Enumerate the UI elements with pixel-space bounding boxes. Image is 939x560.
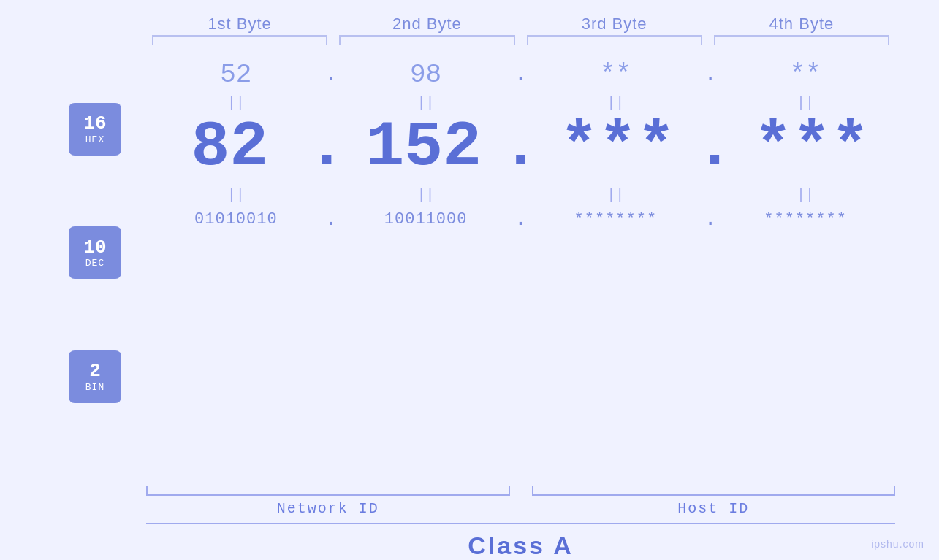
bin-dot1: . — [320, 208, 342, 231]
hex-dot1: . — [320, 64, 342, 86]
class-section: Class A — [44, 523, 895, 560]
hex-b4: ** — [721, 60, 889, 90]
eq2-b3: || — [532, 187, 700, 204]
top-bracket-4 — [714, 35, 889, 45]
eq2-b2: || — [342, 187, 510, 204]
eq1-b4: || — [721, 94, 889, 111]
bottom-section: Network ID Host ID — [44, 486, 895, 517]
bin-badge-number: 2 — [89, 361, 101, 382]
dec-dot2: . — [501, 115, 540, 180]
watermark: ipshu.com — [871, 538, 924, 550]
main-grid: 16 HEX 10 DEC 2 BIN 52 . 98 . ** . ** — [44, 53, 895, 483]
hex-dot3: . — [699, 64, 721, 86]
dec-b3: *** — [540, 115, 696, 180]
class-top-line — [146, 523, 895, 524]
hex-b1: 52 — [152, 60, 320, 90]
eq1-b3: || — [532, 94, 700, 111]
byte2-header: 2nd Byte — [333, 15, 520, 34]
bin-b4: ******** — [721, 210, 889, 229]
bin-b1: 01010010 — [152, 210, 320, 229]
eq1-b1: || — [152, 94, 320, 111]
bin-dot2: . — [510, 208, 532, 231]
main-container: 1st Byte 2nd Byte 3rd Byte 4th Byte 16 H… — [0, 0, 939, 560]
host-id-label: Host ID — [532, 500, 896, 517]
hex-badge-label: HEX — [85, 134, 104, 145]
top-bracket-1 — [152, 35, 327, 45]
dec-row: 82 . 152 . *** . *** — [146, 115, 895, 183]
badges-column: 16 HEX 10 DEC 2 BIN — [44, 53, 146, 483]
bin-dot3: . — [699, 208, 721, 231]
network-bracket — [146, 486, 510, 496]
hex-badge-number: 16 — [83, 113, 106, 134]
dec-badge-number: 10 — [83, 237, 106, 258]
equals-row-2: || || || || — [146, 183, 895, 208]
eq2-b1: || — [152, 187, 320, 204]
dec-dot3: . — [696, 115, 734, 180]
hex-badge: 16 HEX — [69, 103, 121, 156]
bin-b3: ******** — [532, 210, 700, 229]
eq2-b4: || — [721, 187, 889, 204]
values-column: 52 . 98 . ** . ** || || || || 82 — [146, 53, 895, 483]
byte1-header: 1st Byte — [146, 15, 333, 34]
bin-b2: 10011000 — [342, 210, 510, 229]
hex-b3: ** — [532, 60, 700, 90]
hex-row: 52 . 98 . ** . ** — [146, 60, 895, 90]
dec-badge-label: DEC — [85, 258, 104, 269]
top-bracket-3 — [527, 35, 702, 45]
top-bracket-2 — [339, 35, 514, 45]
dec-badge: 10 DEC — [69, 226, 121, 279]
bin-badge: 2 BIN — [69, 350, 121, 403]
byte3-header: 3rd Byte — [521, 15, 708, 34]
eq1-b2: || — [342, 94, 510, 111]
dec-b1: 82 — [152, 115, 308, 180]
dec-dot1: . — [308, 115, 346, 180]
top-bracket-row — [44, 35, 895, 45]
dec-b4: *** — [734, 115, 889, 180]
network-id-label: Network ID — [146, 500, 510, 517]
byte4-header: 4th Byte — [708, 15, 895, 34]
host-bracket — [532, 486, 896, 496]
bin-badge-label: BIN — [85, 382, 104, 393]
id-brackets-row — [146, 486, 895, 496]
byte-headers: 1st Byte 2nd Byte 3rd Byte 4th Byte — [44, 15, 895, 34]
id-labels-row: Network ID Host ID — [146, 500, 895, 517]
bin-row: 01010010 . 10011000 . ******** . *******… — [146, 208, 895, 231]
hex-dot2: . — [510, 64, 532, 86]
hex-b2: 98 — [342, 60, 510, 90]
class-label: Class A — [146, 532, 895, 560]
dec-b2: 152 — [346, 115, 501, 180]
